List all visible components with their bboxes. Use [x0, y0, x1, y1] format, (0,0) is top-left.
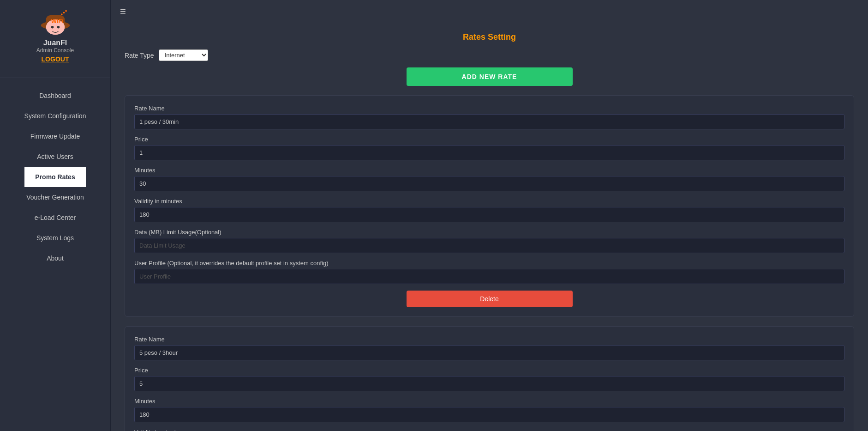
- admin-label: Admin Console: [36, 47, 74, 54]
- rate-cards-container: Rate Name Price Minutes Validity in minu…: [125, 95, 854, 431]
- rate-name-group: Rate Name: [134, 105, 844, 129]
- svg-point-6: [61, 13, 63, 15]
- logo-area: WiFi JuanFI Admin Console LOGOUT: [36, 9, 74, 63]
- add-new-rate-button[interactable]: ADD NEW RATE: [407, 67, 573, 86]
- rate-name-input[interactable]: [134, 114, 844, 129]
- price-group: Price: [134, 136, 844, 160]
- hamburger-menu-button[interactable]: ≡: [120, 6, 126, 18]
- minutes-input[interactable]: [134, 407, 844, 422]
- data-limit-label: Data (MB) Limit Usage(Optional): [134, 229, 844, 236]
- sidebar-item-system-logs[interactable]: System Logs: [24, 228, 86, 248]
- rate-type-row: Rate Type Internet Time-based Data-based: [125, 49, 854, 61]
- svg-point-7: [63, 12, 65, 14]
- nav-divider: [0, 78, 110, 78]
- svg-point-8: [65, 10, 67, 12]
- rate-name-label: Rate Name: [134, 336, 844, 343]
- price-input[interactable]: [134, 145, 844, 160]
- rate-card-0: Rate Name Price Minutes Validity in minu…: [125, 95, 854, 317]
- main-content: ≡ Rates Setting Rate Type Internet Time-…: [111, 0, 868, 431]
- svg-point-4: [57, 26, 60, 29]
- validity-group: Validity in minutes: [134, 198, 844, 222]
- rate-name-group: Rate Name: [134, 336, 844, 360]
- minutes-label: Minutes: [134, 398, 844, 405]
- rate-card-1: Rate Name Price Minutes Validity in minu…: [125, 326, 854, 431]
- price-label: Price: [134, 367, 844, 374]
- svg-text:WiFi: WiFi: [51, 18, 63, 24]
- rate-name-input[interactable]: [134, 345, 844, 360]
- delete-button-0[interactable]: Delete: [407, 291, 573, 307]
- validity-group: Validity in minutes: [134, 429, 844, 431]
- minutes-input[interactable]: [134, 176, 844, 191]
- minutes-group: Minutes: [134, 398, 844, 422]
- rate-type-label: Rate Type: [125, 52, 154, 59]
- validity-label: Validity in minutes: [134, 429, 844, 431]
- validity-label: Validity in minutes: [134, 198, 844, 205]
- sidebar-item-dashboard[interactable]: Dashboard: [24, 85, 86, 106]
- content-area: Rates Setting Rate Type Internet Time-ba…: [111, 23, 868, 431]
- minutes-group: Minutes: [134, 167, 844, 191]
- data-limit-input[interactable]: [134, 238, 844, 253]
- sidebar-item-firmware-update[interactable]: Firmware Update: [24, 126, 86, 146]
- sidebar-item-about[interactable]: About: [24, 248, 86, 268]
- user-profile-group: User Profile (Optional, it overrides the…: [134, 260, 844, 284]
- price-group: Price: [134, 367, 844, 391]
- validity-input[interactable]: [134, 207, 844, 222]
- price-input[interactable]: [134, 376, 844, 391]
- topbar: ≡: [111, 0, 868, 23]
- price-label: Price: [134, 136, 844, 143]
- user-profile-label: User Profile (Optional, it overrides the…: [134, 260, 844, 267]
- logout-button[interactable]: LOGOUT: [42, 55, 69, 63]
- sidebar-item-system-configuration[interactable]: System Configuration: [24, 106, 86, 126]
- logo-icon: WiFi: [37, 9, 74, 37]
- nav-list: DashboardSystem ConfigurationFirmware Up…: [24, 85, 86, 268]
- rate-name-label: Rate Name: [134, 105, 844, 112]
- rate-type-select[interactable]: Internet Time-based Data-based: [159, 49, 208, 61]
- user-profile-input[interactable]: [134, 269, 844, 284]
- sidebar-item-promo-rates[interactable]: Promo Rates: [24, 167, 86, 187]
- sidebar-item-e-load-center[interactable]: e-Load Center: [24, 207, 86, 228]
- sidebar-item-voucher-generation[interactable]: Voucher Generation: [24, 187, 86, 207]
- svg-point-3: [51, 26, 54, 29]
- page-title: Rates Setting: [125, 32, 854, 42]
- username: JuanFI: [43, 39, 67, 47]
- data-limit-group: Data (MB) Limit Usage(Optional): [134, 229, 844, 253]
- minutes-label: Minutes: [134, 167, 844, 174]
- sidebar-item-active-users[interactable]: Active Users: [24, 146, 86, 167]
- sidebar: WiFi JuanFI Admin Console LOGOUT Dashboa…: [0, 0, 111, 431]
